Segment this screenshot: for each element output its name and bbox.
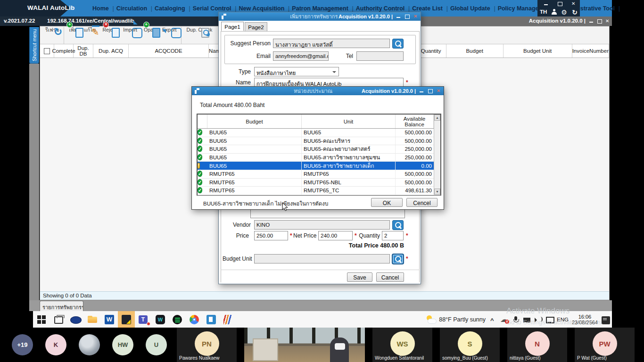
budget-row[interactable]: RMUTP65 RMUTP65_TC 498,611.30 <box>198 187 440 195</box>
speaker-icon[interactable] <box>534 315 542 324</box>
budget-unit-search-button[interactable] <box>392 254 404 264</box>
battery-icon[interactable] <box>523 315 531 324</box>
participant[interactable]: +19 <box>6 328 39 362</box>
minimize-icon[interactable] <box>419 88 424 94</box>
taskbar-word[interactable] <box>101 311 118 328</box>
tab-page2[interactable]: Page2 <box>245 22 267 32</box>
menu-item[interactable]: Cataloging <box>151 5 189 12</box>
taskbar-webex[interactable] <box>152 311 169 328</box>
sync-icon[interactable] <box>572 8 579 15</box>
minimize-icon[interactable] <box>588 18 594 24</box>
action-center-icon[interactable] <box>601 315 609 324</box>
tab-page1[interactable]: Page1 <box>221 22 244 31</box>
participant[interactable]: WS Wongduen Satantoranil <box>372 328 432 362</box>
save-button[interactable]: Save <box>347 272 372 282</box>
menu-item[interactable]: Circulation <box>113 5 151 12</box>
name-input[interactable]: การฝึกอบรมเบื้องต้น WALAI AutoLib <box>254 78 404 87</box>
maximize-icon[interactable] <box>557 1 562 7</box>
menu-item[interactable]: Create List <box>408 5 446 12</box>
quantity-input[interactable]: 2 <box>382 231 404 240</box>
menu-item[interactable]: Global Update <box>446 5 494 12</box>
budget-row[interactable]: BUU65 BUU65-สาขาวิชาพยาบาลเด็ก 0.00 <box>198 162 440 170</box>
menu-item[interactable]: Serial Control <box>189 5 235 12</box>
tel-input[interactable] <box>356 51 404 61</box>
microphone-icon[interactable] <box>512 315 520 324</box>
toolbar-button[interactable]: Reject <box>99 27 120 44</box>
type-select[interactable]: หนังสือภาษาไทย <box>254 67 339 76</box>
menu-item[interactable]: New Acquisition <box>235 5 289 12</box>
toolbar-button[interactable]: Export <box>159 27 182 44</box>
budget-row[interactable]: RMUTP65 RMUTP65-NBL 500,000.00 <box>198 179 440 187</box>
weather-widget[interactable]: 88°F Partly sunny <box>426 315 486 324</box>
restore-icon[interactable] <box>596 18 602 24</box>
close-icon[interactable] <box>604 18 610 24</box>
price-input[interactable]: 250.00 <box>254 231 288 240</box>
toolbar-button[interactable]: เพิ่ม <box>66 27 80 44</box>
vendor-input[interactable]: KINO <box>254 220 390 230</box>
taskbar-spotify[interactable] <box>169 311 186 328</box>
toolbar-button[interactable]: รีเฟรช <box>42 27 64 44</box>
budget-row[interactable]: BUU65 BUU65-สาขาวิชาพยาบาลชุมชน 250,000.… <box>198 154 440 162</box>
resource-list-tab[interactable]: รายการทรัพยากรร ... <box>40 301 83 311</box>
close-icon[interactable] <box>436 88 441 94</box>
cancel-button[interactable]: Cancel <box>376 272 404 282</box>
budget-row[interactable]: RMUTP65 RMUTP65 500,000.00 <box>198 170 440 179</box>
maximize-icon[interactable] <box>404 14 410 19</box>
maximize-icon[interactable] <box>427 88 433 94</box>
budget-row[interactable]: BUU65 BUU65-คณะพยาบาลศาสตร์ 250,000.00 <box>198 145 440 154</box>
participant[interactable]: S somying_Buu (Guest) <box>440 328 500 362</box>
menu-item[interactable]: Home <box>89 5 113 12</box>
user-icon[interactable] <box>551 8 557 15</box>
close-icon[interactable] <box>413 14 418 19</box>
menu-item[interactable]: Patron Management <box>288 5 352 12</box>
clock[interactable]: 16:06 23/08/2564 <box>572 314 598 325</box>
suggest-person-search-button[interactable] <box>392 39 404 49</box>
taskbar-teams[interactable] <box>135 311 152 328</box>
minimize-icon[interactable] <box>543 1 549 7</box>
budget-unit-input[interactable] <box>254 254 390 263</box>
participant[interactable]: HW <box>106 328 140 362</box>
taskbar-slashes-app[interactable] <box>220 311 237 328</box>
participant[interactable]: U <box>140 328 173 362</box>
net-price-input[interactable]: 240.00 <box>318 231 353 240</box>
ok-button[interactable]: OK <box>371 198 403 207</box>
participant[interactable]: PW P Wat (Guest) <box>575 328 635 362</box>
vendor-search-button[interactable] <box>392 220 404 230</box>
language-badge[interactable]: TH <box>540 9 547 15</box>
select-all-checkbox[interactable] <box>44 48 50 54</box>
taskbar-active-app[interactable] <box>118 311 135 328</box>
participant[interactable]: PN Pawares Nualkaew <box>177 328 237 362</box>
participant[interactable]: N nittaya (Guest) <box>507 328 567 362</box>
taskbar-app-blue[interactable] <box>67 311 84 328</box>
hidden-icons-chevron[interactable] <box>489 315 497 324</box>
scroll-up-arrow[interactable]: ▲ <box>434 115 440 121</box>
scroll-down-arrow[interactable]: ▼ <box>434 189 440 195</box>
settings-gear-icon[interactable] <box>561 8 568 15</box>
taskbar-walai[interactable] <box>203 311 220 328</box>
toolbar-button[interactable]: Import <box>120 27 140 44</box>
budget-row[interactable]: BUU65 BUU65-คณะบริหาร 500,000.00 <box>198 137 440 146</box>
shortcut-menu-tab[interactable]: Shortcut menu <box>29 27 39 64</box>
onedrive-error-icon[interactable] <box>500 315 508 324</box>
participant[interactable] <box>73 328 106 362</box>
taskbar-chrome[interactable] <box>186 311 203 328</box>
keyboard-language[interactable]: ENG <box>557 317 569 322</box>
taskbar-file-explorer[interactable] <box>84 311 101 328</box>
suggest-person-input[interactable]: นางสาวนาฎยา แขสวัสดิ์ <box>273 39 390 48</box>
budget-row[interactable]: BUU65 BUU65 500,000.00 <box>198 129 440 137</box>
table-scrollbar[interactable]: ▲ ▼ <box>434 115 440 195</box>
toolbar-button[interactable]: Dup. Check <box>183 27 215 44</box>
balance-cell: 250,000.00 <box>396 146 434 152</box>
email-input[interactable]: annyfreedom@gmail.com <box>273 51 329 61</box>
participant[interactable] <box>244 328 365 362</box>
participant[interactable]: K <box>39 328 73 362</box>
display-icon[interactable] <box>545 315 553 324</box>
close-icon[interactable] <box>570 1 576 7</box>
cancel-button[interactable]: Cencel <box>406 198 438 207</box>
dialog-title-bar: เพิ่มรายการทรัพยากร Acquisition v1.0.20.… <box>219 12 421 21</box>
minimize-icon[interactable] <box>396 14 401 19</box>
task-view-button[interactable] <box>50 311 67 328</box>
start-button[interactable] <box>33 311 50 328</box>
toolbar-button[interactable]: Opac <box>140 27 159 44</box>
menu-item[interactable]: Authority Control <box>352 5 408 12</box>
